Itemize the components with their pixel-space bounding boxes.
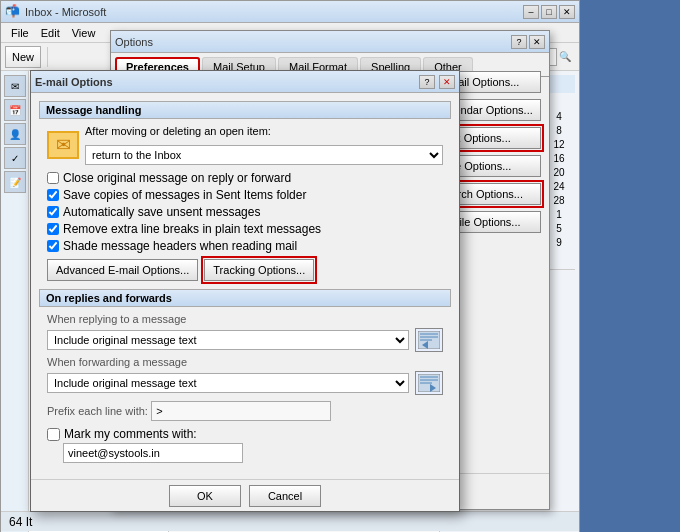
email-options-dialog: E-mail Options ? ✕ Message handling ✉ Af… (30, 70, 460, 512)
tracking-options-btn[interactable]: Tracking Options... (204, 259, 314, 281)
replies-forwards-label: On replies and forwards (39, 289, 451, 307)
nav-sidebar: ✉ 📅 👤 ✓ 📝 (1, 71, 29, 532)
message-handling-content: ✉ After moving or deleting an open item:… (39, 125, 451, 281)
nav-calendar-icon[interactable]: 📅 (4, 99, 26, 121)
reply-label: When replying to a message (47, 313, 443, 325)
outlook-close-btn[interactable]: ✕ (559, 5, 575, 19)
shade-headers-cb[interactable] (47, 240, 59, 252)
email-cancel-btn[interactable]: Cancel (249, 485, 321, 507)
forward-dropdown[interactable]: Include original message text (47, 373, 409, 393)
status-bar: 64 It (1, 511, 579, 531)
outlook-minimize-btn[interactable]: – (523, 5, 539, 19)
menu-view[interactable]: View (66, 25, 102, 41)
close-original-label: Close original message on reply or forwa… (63, 171, 291, 185)
search-icon: 🔍 (559, 51, 571, 62)
after-move-label-row: After moving or deleting an open item: (85, 125, 443, 137)
checkbox-close-original: Close original message on reply or forwa… (47, 171, 443, 185)
reply-row: Include original message text (47, 328, 443, 352)
menu-file[interactable]: File (5, 25, 35, 41)
envelope-glyph: ✉ (56, 134, 71, 156)
nav-mail-icon[interactable]: ✉ (4, 75, 26, 97)
checkbox-save-copies: Save copies of messages in Sent Items fo… (47, 188, 443, 202)
outlook-title: Inbox - Microsoft (25, 6, 523, 18)
email-ok-btn[interactable]: OK (169, 485, 241, 507)
menu-edit[interactable]: Edit (35, 25, 66, 41)
after-move-content: After moving or deleting an open item: r… (85, 125, 443, 165)
auto-save-cb[interactable] (47, 206, 59, 218)
prefix-input[interactable] (151, 401, 331, 421)
after-move-row: ✉ After moving or deleting an open item:… (47, 125, 443, 165)
close-original-cb[interactable] (47, 172, 59, 184)
comment-label: Mark my comments with: (64, 427, 197, 441)
email-title-controls: ? ✕ (419, 75, 455, 89)
email-options-title-bar: E-mail Options ? ✕ (31, 71, 459, 93)
message-handling-label: Message handling (39, 101, 451, 119)
auto-save-label: Automatically save unsent messages (63, 205, 260, 219)
checkbox-remove-breaks: Remove extra line breaks in plain text m… (47, 222, 443, 236)
envelope-icon: ✉ (47, 131, 79, 159)
after-move-dropdown[interactable]: return to the Inbox (85, 145, 443, 165)
prefix-row: Prefix each line with: (47, 399, 443, 421)
save-copies-label: Save copies of messages in Sent Items fo… (63, 188, 306, 202)
after-move-label: After moving or deleting an open item: (85, 125, 271, 137)
outlook-maximize-btn[interactable]: □ (541, 5, 557, 19)
replies-forwards-content: When replying to a message Include origi… (39, 313, 451, 463)
forward-label: When forwarding a message (47, 356, 443, 368)
comment-cb[interactable] (47, 428, 60, 441)
outlook-window-controls: – □ ✕ (523, 5, 575, 19)
email-body: Message handling ✉ After moving or delet… (31, 93, 459, 479)
shade-headers-label: Shade message headers when reading mail (63, 239, 297, 253)
nav-tasks-icon[interactable]: ✓ (4, 147, 26, 169)
prefix-label: Prefix each line with: (47, 405, 148, 417)
nav-notes-icon[interactable]: 📝 (4, 171, 26, 193)
options-title-bar: Options ? ✕ (111, 31, 549, 53)
forward-icon (415, 371, 443, 395)
remove-breaks-cb[interactable] (47, 223, 59, 235)
toolbar-separator (47, 47, 48, 67)
comment-row: Mark my comments with: (47, 427, 443, 441)
options-close-btn[interactable]: ✕ (529, 35, 545, 49)
checkbox-shade-headers: Shade message headers when reading mail (47, 239, 443, 253)
remove-breaks-label: Remove extra line breaks in plain text m… (63, 222, 321, 236)
save-copies-cb[interactable] (47, 189, 59, 201)
email-footer: OK Cancel (31, 479, 459, 511)
options-title-controls: ? ✕ (511, 35, 545, 49)
outlook-title-bar: 📬 Inbox - Microsoft – □ ✕ (1, 1, 579, 23)
nav-contacts-icon[interactable]: 👤 (4, 123, 26, 145)
reply-dropdown[interactable]: Include original message text (47, 330, 409, 350)
outlook-app-icon: 📬 (5, 4, 21, 20)
comment-input[interactable] (63, 443, 243, 463)
email-options-title: E-mail Options (35, 76, 419, 88)
options-help-btn[interactable]: ? (511, 35, 527, 49)
new-button[interactable]: New (5, 46, 41, 68)
options-title-text: Options (115, 36, 511, 48)
checkbox-auto-save: Automatically save unsent messages (47, 205, 443, 219)
button-row: Advanced E-mail Options... Tracking Opti… (47, 259, 443, 281)
forward-row: Include original message text (47, 371, 443, 395)
email-help-btn[interactable]: ? (419, 75, 435, 89)
email-close-btn[interactable]: ✕ (439, 75, 455, 89)
advanced-email-btn[interactable]: Advanced E-mail Options... (47, 259, 198, 281)
reply-icon (415, 328, 443, 352)
